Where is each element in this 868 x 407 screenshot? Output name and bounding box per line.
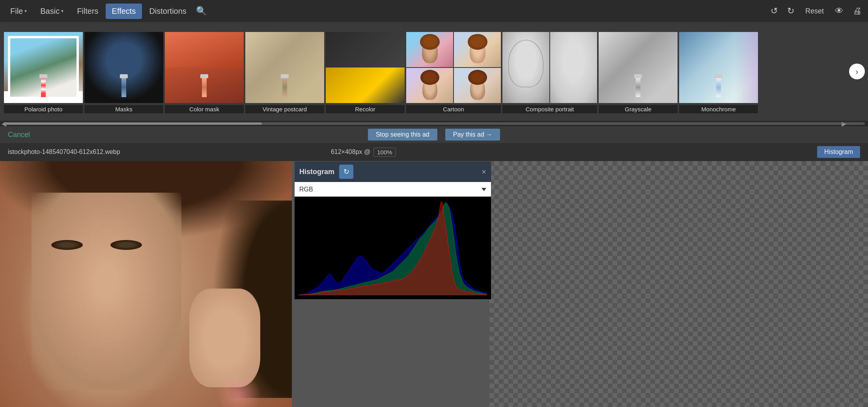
- effect-vintage[interactable]: Vintage postcard: [245, 32, 324, 115]
- filename: istockphoto-1485407040-612x612.webp: [8, 148, 120, 156]
- stop-ad-button[interactable]: Stop seeing this ad: [368, 129, 437, 141]
- redo-button[interactable]: ↻: [785, 4, 797, 19]
- search-button[interactable]: 🔍: [194, 3, 209, 19]
- effect-colormask-label: Color mask: [165, 105, 244, 113]
- undo-icon: ↺: [771, 6, 778, 16]
- eye-button[interactable]: 👁: [833, 4, 846, 19]
- menu-file-label: File: [10, 7, 23, 16]
- effect-masks-label: Masks: [84, 105, 163, 113]
- menu-filters[interactable]: Filters: [71, 4, 105, 19]
- menu-distortions[interactable]: Distortions: [143, 4, 192, 19]
- menu-filters-label: Filters: [77, 7, 98, 16]
- scrollbar-right-arrow[interactable]: ▶: [842, 120, 846, 128]
- strip-scrollbar: ◀ ▶: [0, 121, 868, 126]
- scrollbar-left-arrow[interactable]: ◀: [2, 120, 6, 128]
- zoom-badge[interactable]: 100%: [373, 148, 396, 157]
- checker-area: [489, 161, 868, 407]
- histogram-chart: [295, 197, 491, 299]
- strip-next-icon: ›: [856, 67, 859, 76]
- print-icon: 🖨: [853, 6, 862, 16]
- effect-grayscale[interactable]: Grayscale: [599, 32, 678, 115]
- menu-effects[interactable]: Effects: [106, 4, 142, 19]
- strip-next-button[interactable]: ›: [849, 64, 865, 79]
- pay-ad-button[interactable]: Pay this ad →: [445, 129, 500, 141]
- status-bar: istockphoto-1485407040-612x612.webp 612×…: [0, 143, 868, 161]
- effects-scroll-container[interactable]: Polaroid photo Masks Color mask: [0, 28, 868, 115]
- menu-file[interactable]: File ▾: [4, 4, 33, 19]
- histogram-close-button[interactable]: ×: [482, 167, 486, 176]
- eye-icon: 👁: [835, 6, 844, 16]
- scrollbar-track[interactable]: [3, 122, 865, 125]
- effect-colormask[interactable]: Color mask: [165, 32, 244, 115]
- menu-bar: File ▾ Basic ▾ Filters Effects Distortio…: [0, 0, 868, 22]
- search-icon: 🔍: [196, 6, 207, 16]
- effect-grayscale-label: Grayscale: [599, 105, 678, 113]
- ad-bar: Cancel Stop seeing this ad Pay this ad →: [0, 126, 868, 143]
- effects-strip: Polaroid photo Masks Color mask: [0, 22, 868, 121]
- reset-label: Reset: [805, 7, 824, 15]
- effect-monochrome[interactable]: Monochrome: [679, 32, 758, 115]
- histogram-title: Histogram: [299, 168, 334, 176]
- print-button[interactable]: 🖨: [851, 4, 864, 19]
- refresh-icon: ↻: [343, 167, 349, 176]
- effect-composite-label: Composite portrait: [502, 105, 597, 113]
- histogram-refresh-button[interactable]: ↻: [339, 165, 353, 179]
- main-area: Histogram ↻ × RGB Red Green Blue: [0, 161, 868, 407]
- menu-basic[interactable]: Basic ▾: [34, 4, 70, 19]
- reset-button[interactable]: Reset: [801, 5, 828, 18]
- dimensions-text: 612×408px @: [331, 148, 370, 156]
- effect-composite[interactable]: Composite portrait: [502, 32, 597, 115]
- redo-icon: ↻: [787, 6, 794, 16]
- effect-recolor-label: Recolor: [326, 105, 405, 113]
- menu-basic-arrow: ▾: [61, 8, 63, 14]
- cancel-link[interactable]: Cancel: [8, 131, 30, 139]
- dimensions-area: 612×408px @ 100%: [331, 148, 396, 157]
- effect-recolor[interactable]: Recolor: [326, 32, 405, 115]
- menu-file-arrow: ▾: [24, 8, 27, 14]
- main-image: [0, 161, 292, 407]
- effect-monochrome-label: Monochrome: [679, 105, 758, 113]
- histogram-toggle-button[interactable]: Histogram: [817, 146, 860, 158]
- effect-cartoon[interactable]: Cartoon: [406, 32, 501, 115]
- histogram-svg: [299, 201, 487, 295]
- histogram-panel: Histogram ↻ × RGB Red Green Blue: [294, 161, 491, 300]
- effect-vintage-label: Vintage postcard: [245, 105, 324, 113]
- menu-basic-label: Basic: [40, 7, 60, 16]
- histogram-channel-select[interactable]: RGB Red Green Blue: [295, 182, 491, 197]
- effect-masks[interactable]: Masks: [84, 32, 163, 115]
- scrollbar-thumb[interactable]: [3, 122, 262, 125]
- menu-effects-label: Effects: [112, 7, 136, 16]
- menu-distortions-label: Distortions: [149, 7, 186, 16]
- effect-polaroid-label: Polaroid photo: [4, 105, 83, 113]
- effect-cartoon-label: Cartoon: [406, 105, 501, 113]
- top-right-tools: ↺ ↻ Reset 👁 🖨: [768, 4, 864, 19]
- undo-button[interactable]: ↺: [768, 4, 780, 19]
- effect-polaroid[interactable]: Polaroid photo: [4, 32, 83, 115]
- histogram-header: Histogram ↻ ×: [295, 161, 491, 182]
